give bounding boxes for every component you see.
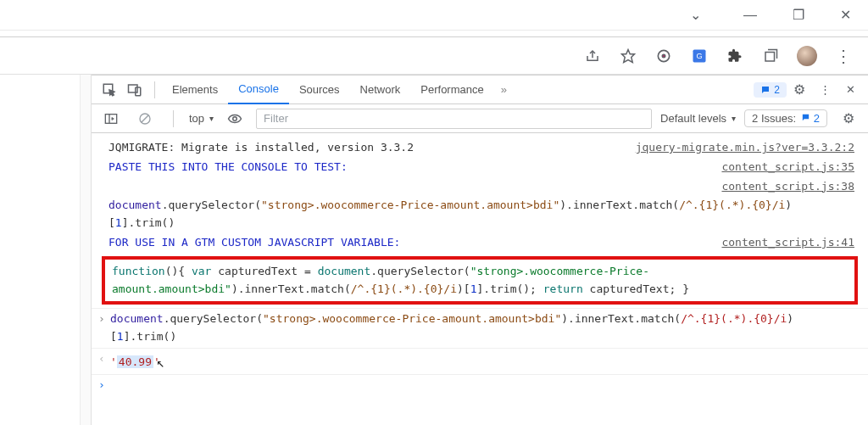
log-line: JQMIGRATE: Migrate is installed, version… — [92, 138, 868, 158]
issues-count: 2 — [814, 112, 820, 125]
console-input-echo: › document.querySelector("strong>.woocom… — [92, 308, 868, 348]
browser-menu-icon[interactable]: ⋮ — [834, 47, 853, 65]
tab-elements[interactable]: Elements — [162, 75, 228, 104]
filter-input[interactable]: Filter — [256, 109, 652, 129]
separator — [154, 81, 155, 98]
log-code: document.querySelector("strong>.woocomme… — [108, 197, 854, 232]
issues-label: 2 Issues: — [752, 112, 796, 125]
highlighted-code-box: function(){ var capturedText = document.… — [102, 256, 858, 305]
log-line: document.querySelector("strong>.woocomme… — [92, 196, 868, 233]
log-line: content_script.js:38 — [92, 177, 868, 197]
prompt-caret-icon: › — [98, 377, 110, 394]
recent-tabs-icon[interactable] — [761, 47, 780, 65]
star-icon[interactable] — [619, 47, 637, 65]
devtools-close-icon[interactable]: ✕ — [839, 79, 861, 101]
separator — [173, 110, 174, 127]
source-link[interactable]: content_script.js:35 — [721, 159, 854, 176]
window-close-button[interactable]: ✕ — [840, 7, 851, 23]
minimize-button[interactable]: — — [743, 8, 757, 23]
source-link[interactable]: jquery-migrate.min.js?ver=3.3.2:2 — [636, 139, 854, 157]
devtools-settings-icon[interactable]: ⚙ — [788, 79, 810, 101]
log-code: function(){ var capturedText = document.… — [112, 265, 689, 295]
log-text: PASTE THIS INTO THE CONSOLE TO TEST: — [108, 159, 704, 176]
browser-tabstrip — [0, 31, 868, 37]
console-settings-icon[interactable]: ⚙ — [837, 108, 860, 130]
log-line: PASTE THIS INTO THE CONSOLE TO TEST: con… — [92, 158, 868, 177]
console-output[interactable]: JQMIGRATE: Migrate is installed, version… — [92, 133, 868, 425]
log-text: JQMIGRATE: Migrate is installed, version… — [108, 139, 619, 157]
svg-rect-9 — [105, 114, 116, 123]
svg-line-12 — [142, 115, 148, 122]
messages-badge[interactable]: 2 — [754, 82, 787, 98]
browser-toolbar: G ⋮ — [0, 37, 868, 75]
main-area: ▲ Elements Console Sources Network Perfo… — [0, 75, 868, 425]
context-selector[interactable]: top — [189, 112, 214, 125]
svg-text:G: G — [696, 52, 702, 60]
result-value: '40.99'↖ — [110, 350, 854, 372]
devtools-menu-icon[interactable]: ⋮ — [814, 79, 836, 101]
svg-marker-0 — [622, 49, 635, 62]
tab-network[interactable]: Network — [350, 75, 411, 104]
log-levels-selector[interactable]: Default levels — [660, 112, 736, 125]
translate-icon[interactable]: G — [690, 47, 709, 65]
extensions-icon[interactable] — [726, 47, 744, 65]
page-viewport-sliver: ▲ — [0, 75, 92, 425]
clear-console-icon[interactable] — [134, 108, 156, 130]
log-text: FOR USE IN A GTM CUSTOM JAVASCRIPT VARIA… — [108, 234, 704, 252]
tab-console[interactable]: Console — [228, 75, 289, 104]
scroll-up-icon[interactable]: ▲ — [81, 76, 89, 85]
source-link[interactable]: content_script.js:41 — [721, 234, 854, 252]
devtools-tabs: Elements Console Sources Network Perform… — [92, 75, 868, 104]
toggle-sidebar-icon[interactable] — [100, 108, 122, 130]
inspect-icon[interactable] — [98, 79, 120, 101]
svg-point-2 — [662, 54, 665, 57]
output-caret-icon: ‹ — [98, 350, 110, 368]
filter-placeholder: Filter — [264, 112, 288, 125]
tab-performance[interactable]: Performance — [410, 75, 493, 104]
messages-count: 2 — [774, 84, 780, 96]
log-code: document.querySelector("strong>.woocomme… — [110, 310, 854, 346]
svg-rect-5 — [765, 52, 775, 61]
more-tabs-icon[interactable]: » — [501, 83, 507, 96]
issues-badge[interactable]: 2 Issues: 2 — [744, 109, 827, 127]
source-link[interactable]: content_script.js:38 — [721, 178, 854, 196]
profile-avatar[interactable] — [797, 46, 817, 66]
console-result: ‹ '40.99'↖ — [92, 348, 868, 374]
devtools-panel: Elements Console Sources Network Perform… — [92, 75, 868, 425]
console-prompt[interactable]: › — [92, 374, 868, 396]
maximize-button[interactable]: ❐ — [793, 7, 804, 23]
log-line: FOR USE IN A GTM CUSTOM JAVASCRIPT VARIA… — [92, 233, 868, 253]
window-titlebar: ⌄ — ❐ ✕ — [0, 0, 868, 31]
share-icon[interactable] — [583, 47, 602, 65]
target-icon[interactable] — [654, 47, 673, 65]
device-toggle-icon[interactable] — [124, 79, 146, 101]
tab-sources[interactable]: Sources — [289, 75, 350, 104]
input-caret-icon: › — [98, 310, 110, 328]
mouse-cursor-icon: ↖ — [157, 355, 165, 371]
svg-point-13 — [233, 116, 237, 120]
live-expression-icon[interactable] — [224, 108, 246, 130]
console-filterbar: top Filter Default levels 2 Issues: 2 ⚙ — [92, 104, 868, 133]
chevron-down-icon[interactable]: ⌄ — [690, 7, 701, 23]
